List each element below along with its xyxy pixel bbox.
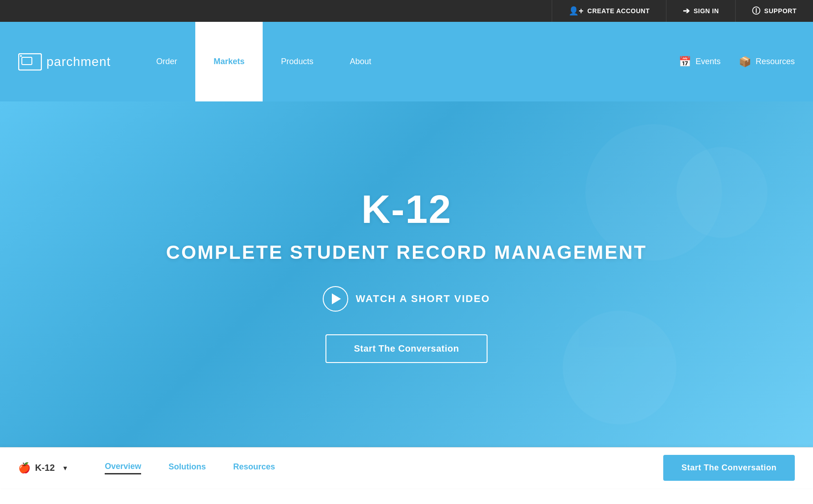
nav-markets[interactable]: Markets [195, 22, 263, 101]
nav-order[interactable]: Order [138, 22, 195, 101]
create-account-button[interactable]: 👤+ CREATE ACCOUNT [552, 0, 666, 22]
box-icon: 📦 [739, 56, 751, 68]
logo-icon [18, 53, 42, 71]
bottom-logo-label: K-12 [35, 463, 55, 473]
watch-video-button[interactable]: WATCH A SHORT VIDEO [323, 286, 490, 312]
bottom-logo[interactable]: 🍎 K-12 ▼ [18, 462, 68, 474]
sign-in-icon: ➔ [683, 6, 690, 16]
nav-resources[interactable]: 📦 Resources [739, 56, 795, 68]
hero-content: K-12 COMPLETE STUDENT RECORD MANAGEMENT … [166, 186, 647, 363]
decor-circle-2 [676, 147, 767, 238]
svg-point-2 [20, 55, 22, 57]
question-circle-icon: ⓘ [752, 5, 761, 16]
play-button-circle [323, 286, 348, 312]
bottom-nav-resources[interactable]: Resources [233, 462, 275, 474]
nav-events[interactable]: 📅 Events [679, 56, 721, 68]
bottom-nav: Overview Solutions Resources [105, 462, 663, 474]
sign-in-button[interactable]: ➔ SIGN IN [666, 0, 735, 22]
bottom-cta-button[interactable]: Start The Conversation [663, 455, 795, 481]
hero-cta-button[interactable]: Start The Conversation [325, 334, 487, 363]
nav-about[interactable]: About [331, 22, 389, 101]
logo[interactable]: parchment [18, 53, 111, 71]
hero-subtitle: COMPLETE STUDENT RECORD MANAGEMENT [166, 242, 647, 263]
dropdown-arrow-icon: ▼ [62, 464, 68, 472]
resources-label: Resources [756, 57, 795, 66]
svg-rect-1 [22, 57, 32, 65]
nav-products[interactable]: Products [263, 22, 331, 101]
calendar-icon: 📅 [679, 56, 691, 68]
support-button[interactable]: ⓘ SUPPORT [735, 0, 813, 22]
main-nav: parchment Order Markets Products About 📅… [0, 22, 813, 101]
play-triangle-icon [332, 293, 341, 304]
video-label: WATCH A SHORT VIDEO [356, 293, 490, 305]
nav-links: Order Markets Products About [138, 22, 679, 101]
events-label: Events [696, 57, 721, 66]
hero-section: K-12 COMPLETE STUDENT RECORD MANAGEMENT … [0, 101, 813, 447]
bottom-nav-overview[interactable]: Overview [105, 462, 141, 474]
bottom-nav-solutions[interactable]: Solutions [168, 462, 206, 474]
hero-title: K-12 [361, 186, 452, 232]
nav-right: 📅 Events 📦 Resources [679, 56, 795, 68]
person-add-icon: 👤+ [569, 6, 584, 16]
apple-icon: 🍎 [18, 462, 30, 474]
bottom-bar: 🍎 K-12 ▼ Overview Solutions Resources St… [0, 447, 813, 488]
logo-text: parchment [46, 55, 111, 69]
top-bar: 👤+ CREATE ACCOUNT ➔ SIGN IN ⓘ SUPPORT [0, 0, 813, 22]
